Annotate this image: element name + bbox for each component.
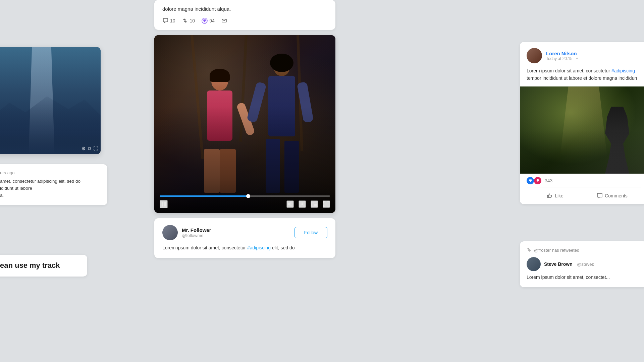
fb-text: Lorem ipsum dolor sit amet, consectetur …: [527, 67, 641, 82]
retweet-count: 10: [190, 18, 195, 23]
comment-icon: [162, 18, 168, 24]
likes-count: 94: [209, 18, 215, 23]
social-card-text: Lorem ipsum dolor sit amet, consectetur …: [162, 244, 327, 252]
pause-button[interactable]: [160, 200, 168, 208]
top-card-text: dolore magna incididunt alqua.: [162, 5, 327, 13]
mountain-bg: [0, 90, 101, 154]
profile-info: Mr. Follower @followme: [182, 227, 211, 238]
video-bg: [154, 35, 335, 213]
progress-fill: [160, 195, 248, 197]
avatar-image: [162, 225, 178, 240]
left-video-card: ⚙ ⧉ ⛶: [0, 47, 101, 154]
tw-handle: @steveb: [577, 262, 594, 267]
left-text-card: urs ago amet, consectetur adipiscing eli…: [0, 164, 107, 205]
tw-text: Lorem ipsum dolor sit amet, consectet...: [527, 274, 641, 281]
tw-profile-info: Steve Brown @steveb: [544, 261, 594, 267]
fb-hashtag[interactable]: #adipiscing: [611, 68, 635, 73]
left-video-controls: ⚙ ⧉ ⛶: [82, 146, 98, 152]
page-wrapper: ⚙ ⧉ ⛶ urs ago amet, consectetur adipisci…: [0, 0, 644, 362]
center-column: dolore magna incididunt alqua. 10: [154, 0, 335, 258]
reaction-count: 343: [545, 178, 552, 183]
comment-action[interactable]: 10: [162, 18, 175, 24]
svg-rect-3: [164, 202, 166, 206]
fb-card: Loren Nilson Today at 20:15 Lorem ipsum …: [520, 42, 644, 204]
fb-comments-button[interactable]: Comments: [584, 190, 641, 201]
profile-handle: @followme: [182, 233, 211, 238]
retweet-icon: [182, 18, 188, 24]
social-text-before: Lorem ipsum dolor sit amet, consectetur: [162, 245, 247, 250]
top-partial-card: dolore magna incididunt alqua. 10: [154, 0, 335, 30]
settings-icon-small[interactable]: ⚙: [82, 146, 86, 152]
progress-bar[interactable]: [160, 195, 330, 197]
twitter-card: @froster has retweeted Steve Brown @stev…: [520, 241, 644, 287]
tw-avatar: [527, 257, 541, 271]
left-video-bg: [0, 47, 101, 154]
retweet-header: @froster has retweeted: [527, 247, 641, 253]
mail-icon: [221, 18, 227, 24]
tw-name: Steve Brown: [544, 261, 573, 267]
video-controls: [154, 191, 335, 213]
retweet-label: @froster has retweeted: [534, 248, 579, 253]
svg-rect-2: [162, 202, 163, 206]
like-action[interactable]: 94: [202, 18, 215, 24]
progress-dot: [246, 194, 250, 198]
fb-text-after: tempor incididunt ut labore et dolore ma…: [527, 75, 637, 81]
social-hashtag[interactable]: #adipiscing: [247, 245, 271, 250]
social-card-header: Mr. Follower @followme Follow: [162, 225, 327, 240]
fullscreen-button[interactable]: [323, 200, 330, 208]
pip-button[interactable]: [311, 200, 318, 208]
like-reaction-icon: [527, 177, 534, 184]
fullscreen-icon-small[interactable]: ⛶: [93, 146, 98, 152]
settings-button[interactable]: [299, 200, 306, 208]
fb-text-before: Lorem ipsum dolor sit amet, consectetur: [527, 68, 611, 73]
fb-name: Loren Nilson: [546, 51, 578, 56]
fb-dot: [576, 58, 578, 59]
fb-actions: Like Comments: [527, 187, 641, 204]
fb-image: [520, 86, 644, 174]
fb-like-button[interactable]: Like: [527, 190, 584, 201]
follow-button[interactable]: Follow: [294, 227, 327, 238]
fb-time: Today at 20:15: [546, 56, 578, 61]
fb-like-label: Like: [555, 193, 564, 198]
profile-name: Mr. Follower: [182, 227, 211, 233]
video-card: [154, 35, 335, 213]
left-bottom-card: ean use my track: [0, 255, 87, 277]
retweet-icon: [527, 247, 531, 253]
volume-button[interactable]: [286, 200, 294, 208]
fb-comments-label: Comments: [605, 193, 628, 198]
like-icon: [202, 18, 208, 24]
retweet-action[interactable]: 10: [182, 18, 195, 24]
social-card: Mr. Follower @followme Follow Lorem ipsu…: [154, 218, 335, 258]
social-text-after: elit, sed do: [271, 245, 295, 250]
mail-action[interactable]: [221, 18, 227, 24]
tw-header: Steve Brown @steveb: [527, 257, 641, 271]
fb-reactions: 343: [527, 174, 641, 187]
left-text-body: amet, consectetur adipiscing elit, sed d…: [0, 178, 101, 199]
svg-rect-6: [314, 204, 317, 206]
left-bottom-text: ean use my track: [0, 261, 80, 270]
video-overlay: [154, 35, 335, 213]
pip-icon-small[interactable]: ⧉: [88, 146, 91, 152]
action-bar: 10 10: [162, 18, 327, 24]
left-text-time: urs ago: [0, 170, 101, 175]
comment-count: 10: [170, 18, 175, 23]
fb-image-overlay: [520, 86, 644, 174]
fb-card-header: Loren Nilson Today at 20:15: [527, 48, 641, 63]
controls-row: [160, 200, 330, 208]
love-reaction-icon: [534, 177, 541, 184]
fb-profile-info: Loren Nilson Today at 20:15: [546, 51, 578, 61]
avatar: [162, 225, 178, 240]
profile-section: Mr. Follower @followme: [162, 225, 211, 240]
fb-avatar: [527, 48, 542, 63]
